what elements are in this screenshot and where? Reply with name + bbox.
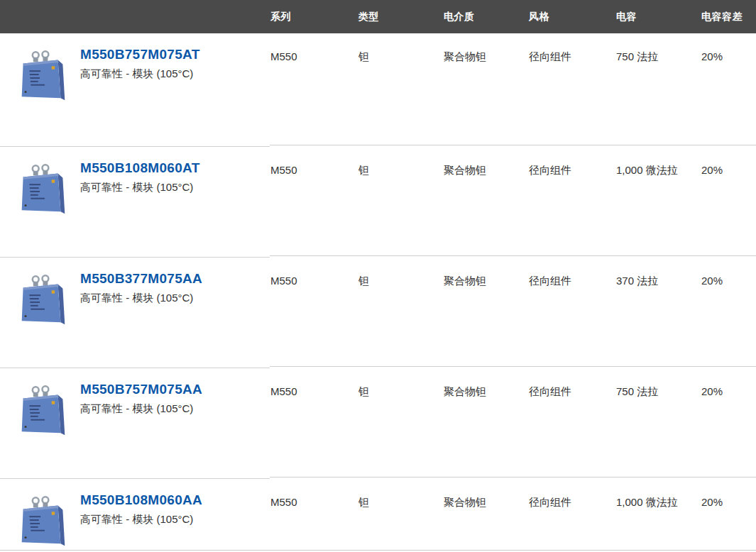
cell-style: 径向组件 [522, 33, 610, 147]
cell-series: M550 [264, 479, 352, 552]
product-cell: M550B108M060AA 高可靠性 - 模块 (105°C) [0, 479, 264, 552]
table-row: M550B757M075AT 高可靠性 - 模块 (105°C) M550 钽 … [0, 33, 756, 147]
product-text-block: M550B757M075AA 高可靠性 - 模块 (105°C) [80, 380, 202, 479]
product-part-number-link[interactable]: M550B108M060AA [80, 492, 202, 508]
product-description: 高可靠性 - 模块 (105°C) [80, 513, 202, 526]
cell-capacitance: 1,000 微法拉 [610, 479, 695, 552]
cell-dielectric: 聚合物钽 [437, 147, 522, 258]
column-header-capacitance: 电容 [610, 11, 695, 23]
cell-tolerance: 20% [695, 147, 756, 258]
product-part-number-link[interactable]: M550B757M075AT [80, 47, 200, 62]
capacitor-module-photo[interactable] [14, 158, 71, 221]
column-header-type: 类型 [352, 11, 437, 23]
cell-tolerance: 20% [695, 258, 756, 368]
cell-style: 径向组件 [522, 368, 610, 479]
cell-dielectric: 聚合物钽 [437, 258, 522, 368]
cell-dielectric: 聚合物钽 [437, 368, 522, 479]
cell-type: 钽 [352, 479, 437, 552]
product-description: 高可靠性 - 模块 (105°C) [80, 181, 200, 194]
cell-style: 径向组件 [522, 479, 610, 552]
product-part-number-link[interactable]: M550B377M075AA [80, 271, 202, 287]
product-part-number-link[interactable]: M550B757M075AA [80, 382, 202, 397]
table-header: 系列 类型 电介质 风格 电容 电容容差 [0, 0, 756, 33]
table-row: M550B108M060AT 高可靠性 - 模块 (105°C) M550 钽 … [0, 147, 756, 258]
capacitor-module-photo[interactable] [14, 45, 71, 107]
cell-type: 钽 [352, 368, 437, 479]
cell-tolerance: 20% [695, 33, 756, 147]
table-bottom-border [0, 550, 756, 551]
cell-capacitance: 750 法拉 [610, 368, 695, 479]
table-row: M550B757M075AA 高可靠性 - 模块 (105°C) M550 钽 … [0, 368, 756, 479]
product-description: 高可靠性 - 模块 (105°C) [80, 292, 202, 305]
cell-capacitance: 750 法拉 [610, 33, 695, 147]
product-cell: M550B757M075AT 高可靠性 - 模块 (105°C) [0, 33, 264, 147]
capacitor-module-photo[interactable] [14, 269, 71, 331]
product-text-block: M550B108M060AA 高可靠性 - 模块 (105°C) [80, 490, 202, 552]
product-part-number-link[interactable]: M550B108M060AT [80, 160, 200, 176]
column-header-style: 风格 [522, 11, 610, 23]
cell-series: M550 [264, 258, 352, 368]
cell-capacitance: 1,000 微法拉 [610, 147, 695, 258]
cell-tolerance: 20% [695, 479, 756, 552]
product-cell: M550B377M075AA 高可靠性 - 模块 (105°C) [0, 258, 264, 368]
cell-series: M550 [264, 33, 352, 147]
cell-type: 钽 [352, 147, 437, 258]
cell-style: 径向组件 [522, 147, 610, 258]
cell-series: M550 [264, 147, 352, 258]
cell-capacitance: 370 法拉 [610, 258, 695, 368]
product-text-block: M550B377M075AA 高可靠性 - 模块 (105°C) [80, 269, 202, 368]
product-cell: M550B757M075AA 高可靠性 - 模块 (105°C) [0, 368, 264, 479]
cell-dielectric: 聚合物钽 [437, 479, 522, 552]
cell-type: 钽 [352, 33, 437, 147]
table-row: M550B377M075AA 高可靠性 - 模块 (105°C) M550 钽 … [0, 258, 756, 368]
capacitor-module-photo[interactable] [14, 490, 71, 552]
product-results-table: 系列 类型 电介质 风格 电容 电容容差 [0, 0, 756, 552]
cell-type: 钽 [352, 258, 437, 368]
product-text-block: M550B108M060AT 高可靠性 - 模块 (105°C) [80, 158, 200, 258]
cell-dielectric: 聚合物钽 [437, 33, 522, 147]
cell-tolerance: 20% [695, 368, 756, 479]
product-cell: M550B108M060AT 高可靠性 - 模块 (105°C) [0, 147, 264, 258]
table-row: M550B108M060AA 高可靠性 - 模块 (105°C) M550 钽 … [0, 479, 756, 552]
table-body: M550B757M075AT 高可靠性 - 模块 (105°C) M550 钽 … [0, 33, 756, 552]
column-header-series: 系列 [264, 11, 352, 23]
product-description: 高可靠性 - 模块 (105°C) [80, 402, 202, 416]
cell-series: M550 [264, 368, 352, 479]
capacitor-module-photo[interactable] [14, 380, 71, 442]
column-header-dielectric: 电介质 [437, 11, 522, 23]
product-description: 高可靠性 - 模块 (105°C) [80, 67, 200, 81]
cell-style: 径向组件 [522, 258, 610, 368]
column-header-tolerance: 电容容差 [695, 11, 756, 23]
product-text-block: M550B757M075AT 高可靠性 - 模块 (105°C) [80, 45, 200, 147]
